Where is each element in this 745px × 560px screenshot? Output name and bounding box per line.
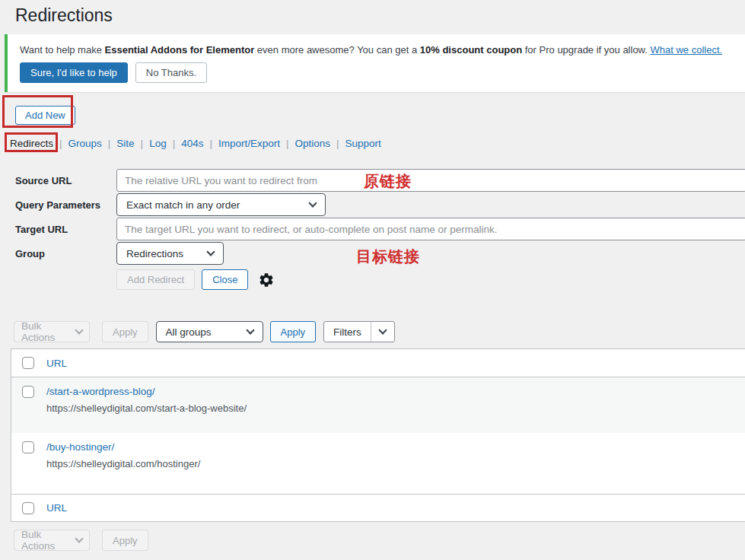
group-value: Redirections <box>126 248 183 259</box>
query-parameters-select[interactable]: Exact match in any order <box>116 193 326 216</box>
chevron-down-icon <box>206 247 215 256</box>
annotation-target-link-cn: 目标链接 <box>356 247 420 267</box>
target-url-label: Target URL <box>15 224 116 235</box>
url-column-header[interactable]: URL <box>46 358 67 369</box>
nav-separator: | <box>209 138 212 149</box>
bulk-actions-select-bottom[interactable]: Bulk Actions <box>14 530 90 551</box>
list-toolbar: Bulk Actions Apply All groups Apply Filt… <box>14 321 395 342</box>
tab-site[interactable]: Site <box>116 138 134 149</box>
redirects-table: URL /start-a-wordpress-blog/ https://she… <box>11 348 745 522</box>
target-url-text: https://shelleydigital.com/hostinger/ <box>46 458 200 469</box>
chevron-down-icon <box>75 326 83 334</box>
tab-groups[interactable]: Groups <box>68 138 102 149</box>
select-all-checkbox[interactable] <box>22 502 34 514</box>
group-filter-select[interactable]: All groups <box>156 321 263 342</box>
add-redirect-button[interactable]: Add Redirect <box>116 269 195 290</box>
chevron-down-icon <box>246 326 254 334</box>
filters-label: Filters <box>324 322 371 342</box>
notice-message: Want to help make Essential Addons for E… <box>8 34 745 56</box>
group-filter-value: All groups <box>166 326 212 338</box>
bulk-actions-value: Bulk Actions <box>21 529 68 552</box>
nav-separator: | <box>173 138 176 149</box>
nav-separator: | <box>141 138 144 149</box>
table-row: /buy-hostinger/ https://shelleydigital.c… <box>11 433 745 494</box>
notice-decline-button[interactable]: No Thanks. <box>135 62 207 83</box>
plugin-tab-nav: Redirects | Groups | Site | Log | 404s |… <box>10 138 381 149</box>
close-button[interactable]: Close <box>202 269 248 290</box>
table-row: /start-a-wordpress-blog/ https://shelley… <box>11 377 745 433</box>
tab-404s[interactable]: 404s <box>181 138 203 149</box>
query-parameters-value: Exact match in any order <box>126 199 240 211</box>
bottom-toolbar: Bulk Actions Apply <box>14 530 148 551</box>
bulk-apply-button[interactable]: Apply <box>102 321 148 342</box>
nav-separator: | <box>286 138 289 149</box>
tab-redirects[interactable]: Redirects <box>10 138 53 149</box>
bulk-actions-value: Bulk Actions <box>21 320 68 343</box>
notice-accept-button[interactable]: Sure, I'd like to help <box>20 62 128 83</box>
target-url-text: https://shelleydigital.com/start-a-blog-… <box>46 402 247 414</box>
nav-separator: | <box>108 138 111 149</box>
group-select[interactable]: Redirections <box>116 242 224 265</box>
bulk-apply-button-bottom[interactable]: Apply <box>102 530 148 551</box>
tab-support[interactable]: Support <box>345 138 381 149</box>
filters-dropdown-button[interactable]: Filters <box>323 321 395 342</box>
source-url-label: Source URL <box>15 175 116 186</box>
group-label: Group <box>15 248 116 259</box>
url-column-footer[interactable]: URL <box>46 502 67 514</box>
page-title: Redirections <box>15 5 113 26</box>
what-we-collect-link[interactable]: What we collect. <box>651 44 723 56</box>
row-checkbox[interactable] <box>22 441 34 453</box>
query-parameters-label: Query Parameters <box>15 199 116 211</box>
target-url-input[interactable] <box>116 218 745 240</box>
select-all-checkbox[interactable] <box>22 357 34 369</box>
table-footer-row: URL <box>11 494 745 521</box>
annotation-source-link-cn: 原链接 <box>364 171 412 192</box>
tab-log[interactable]: Log <box>149 138 167 149</box>
notice-plugin-name: Essential Addons for Elementor <box>105 44 255 56</box>
chevron-down-icon <box>371 322 394 342</box>
gear-icon[interactable] <box>258 272 275 288</box>
chevron-down-icon <box>75 534 83 542</box>
nav-separator: | <box>59 138 62 149</box>
chevron-down-icon <box>308 199 317 207</box>
tab-import-export[interactable]: Import/Export <box>218 138 280 149</box>
source-url-input[interactable] <box>116 169 745 192</box>
notice-text-part1: Want to help make <box>20 44 105 56</box>
source-url-link[interactable]: /buy-hostinger/ <box>46 441 200 453</box>
row-checkbox[interactable] <box>22 386 34 398</box>
nav-separator: | <box>336 138 339 149</box>
group-apply-button[interactable]: Apply <box>270 321 317 342</box>
notice-text-part2: even more awesome? You can get a <box>254 44 420 56</box>
notice-text-part3: for Pro upgrade if you allow. <box>522 44 650 56</box>
source-url-link[interactable]: /start-a-wordpress-blog/ <box>46 386 247 397</box>
plugin-notice-banner: Want to help make Essential Addons for E… <box>5 34 745 92</box>
bulk-actions-select[interactable]: Bulk Actions <box>14 321 90 342</box>
tab-options[interactable]: Options <box>295 138 331 149</box>
add-new-button[interactable]: Add New <box>15 106 75 125</box>
notice-discount: 10% discount coupon <box>420 44 522 56</box>
table-header-row: URL <box>11 349 745 377</box>
